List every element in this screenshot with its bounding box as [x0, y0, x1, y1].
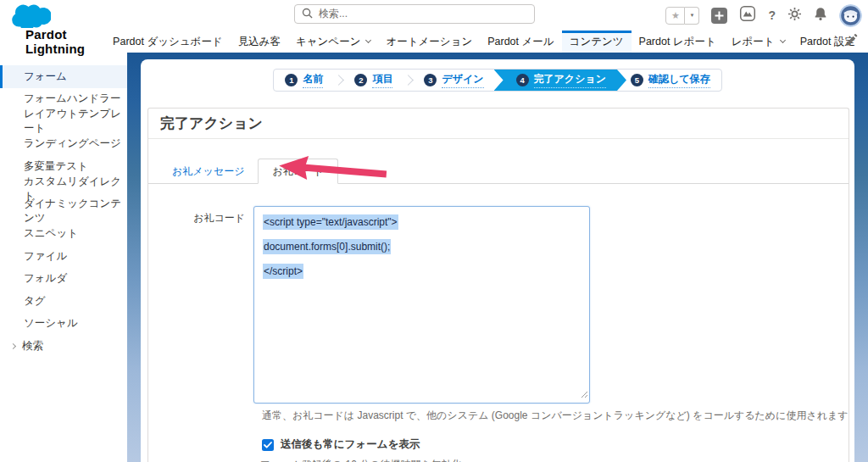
thank-you-tabs: お礼メッセージ お礼コード: [148, 159, 849, 184]
checkbox-label[interactable]: 送信後も常にフォームを表示: [281, 437, 420, 452]
sidebar-item-layout-templates[interactable]: レイアウトテンプレート: [0, 110, 127, 133]
always-display-form-checkbox-row[interactable]: 送信後も常にフォームを表示: [262, 437, 849, 452]
sidebar-item-social[interactable]: ソーシャル: [0, 313, 127, 336]
checkbox-checked-icon[interactable]: [262, 439, 274, 451]
user-avatar[interactable]: [839, 4, 862, 27]
nav-tab-more[interactable]: さらに表示▼: [863, 31, 868, 53]
step-number: 5: [631, 74, 643, 86]
notifications-bell-icon[interactable]: [814, 7, 827, 25]
global-add-button[interactable]: [711, 8, 727, 24]
sidebar-item-snippets[interactable]: スニペット: [0, 223, 127, 246]
sidebar-item-tags[interactable]: タグ: [0, 290, 127, 313]
wizard-step-completion-actions[interactable]: 4 完了アクション: [494, 70, 626, 91]
code-line: <script type="text/javascript">: [263, 210, 581, 235]
chevron-separator-icon: [403, 75, 415, 86]
wizard-step-fields[interactable]: 2 項目: [343, 70, 403, 91]
code-line: document.forms[0].submit();: [263, 235, 581, 259]
sidebar-item-folders[interactable]: フォルダ: [0, 268, 127, 291]
salesforce-logo-icon: [12, 2, 51, 28]
step-label[interactable]: 完了アクション: [534, 72, 606, 88]
chevron-separator-icon: [334, 75, 345, 86]
code-help-text: 通常、お礼コードは Javascript で、他のシステム (Google コン…: [262, 409, 849, 423]
search-placeholder: 検索...: [319, 7, 348, 21]
step-label[interactable]: 項目: [372, 72, 392, 88]
sidebar-item-files[interactable]: ファイル: [0, 245, 127, 268]
tab-thank-you-message[interactable]: お礼メッセージ: [159, 159, 258, 183]
tab-thank-you-code[interactable]: お礼コード: [258, 159, 338, 184]
favorites-button[interactable]: ★ ▼: [665, 7, 699, 25]
code-field-label: お礼コード: [148, 206, 253, 404]
guidance-center-icon[interactable]: [739, 5, 756, 25]
favorites-caret-icon[interactable]: ▼: [685, 7, 699, 25]
nav-tab-prospects[interactable]: 見込み客: [231, 31, 288, 53]
nav-tab-pardot-email[interactable]: Pardot メール: [480, 31, 561, 53]
page-title: 完了アクション: [148, 109, 849, 139]
help-icon[interactable]: ?: [768, 8, 776, 22]
checkbox-help-text: フォーム登録後の 10 分の待機時間を無効化: [260, 458, 849, 462]
form-wizard-card: 1 名前 2 項目 3 デザイン 4 完了アクション: [141, 59, 854, 462]
global-header: 検索... ★ ▼ ?: [0, 0, 868, 31]
step-label[interactable]: 名前: [303, 72, 323, 88]
nav-tab-automations[interactable]: オートメーション: [378, 31, 480, 53]
sidebar-item-landing-pages[interactable]: ランディングページ: [0, 133, 127, 156]
sidebar-item-dynamic-content[interactable]: ダイナミックコンテンツ: [0, 200, 127, 223]
step-label[interactable]: 確認して保存: [648, 72, 710, 88]
page-background: フォーム フォームハンドラー レイアウトテンプレート ランディングページ 多変量…: [0, 53, 868, 462]
thank-you-code-textarea[interactable]: <script type="text/javascript"> document…: [253, 206, 590, 404]
nav-tab-reports[interactable]: レポート: [724, 31, 793, 53]
step-number: 1: [285, 74, 298, 86]
nav-tab-pardot-dashboard[interactable]: Pardot ダッシュボード: [105, 31, 231, 53]
step-number: 4: [516, 74, 529, 86]
wizard-step-design[interactable]: 3 デザイン: [413, 70, 494, 91]
nav-tab-content[interactable]: コンテンツ: [562, 31, 632, 53]
nav-tab-campaigns[interactable]: キャンペーン: [288, 31, 378, 53]
edit-nav-pencil-icon[interactable]: [845, 34, 858, 50]
nav-tab-pardot-reports[interactable]: Pardot レポート: [632, 31, 724, 53]
completion-actions-panel: 完了アクション お礼メッセージ お礼コード お礼コード <script type…: [147, 108, 849, 462]
setup-gear-icon[interactable]: [787, 7, 802, 25]
wizard-step-name[interactable]: 1 名前: [274, 70, 334, 91]
step-label[interactable]: デザイン: [442, 72, 483, 88]
global-search-input[interactable]: 検索...: [294, 4, 535, 24]
step-number: 2: [354, 74, 367, 86]
app-navigation-bar: Pardot Lightning Pardot ダッシュボード 見込み客 キャン…: [0, 31, 868, 53]
sidebar-item-search[interactable]: 検索: [0, 335, 127, 358]
chevron-down-icon: [780, 37, 786, 43]
wizard-path: 1 名前 2 項目 3 デザイン 4 完了アクション: [273, 69, 721, 92]
search-icon: [302, 7, 313, 22]
sidebar-item-forms[interactable]: フォーム: [0, 65, 127, 88]
content-sidebar: フォーム フォームハンドラー レイアウトテンプレート ランディングページ 多変量…: [0, 53, 127, 462]
code-line: </script>: [263, 259, 581, 284]
wizard-step-confirm-save[interactable]: 5 確認して保存: [620, 70, 721, 91]
chevron-right-icon: [10, 343, 16, 349]
resize-grip-icon[interactable]: [581, 387, 588, 402]
favorites-star-icon[interactable]: ★: [665, 7, 685, 25]
app-name: Pardot Lightning: [25, 27, 85, 56]
step-number: 3: [424, 74, 437, 86]
chevron-down-icon: [365, 37, 371, 43]
